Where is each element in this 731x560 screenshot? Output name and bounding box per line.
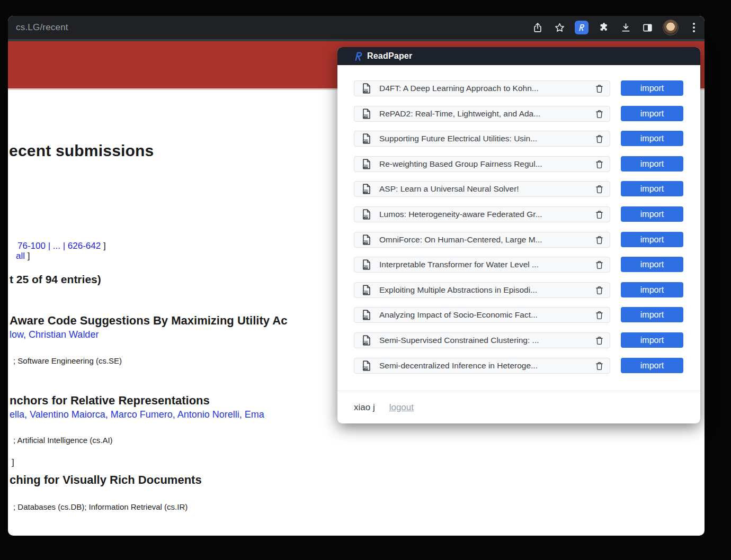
- logout-link[interactable]: logout: [389, 402, 414, 413]
- readpaper-popup: ReadPaper PDF D4FT: A Deep Learning Appr…: [337, 47, 700, 423]
- pdf-icon: PDF: [362, 109, 371, 119]
- svg-text:PDF: PDF: [363, 316, 368, 319]
- bookmark-star-icon[interactable]: [553, 21, 566, 34]
- share-icon[interactable]: [531, 21, 544, 34]
- pdf-icon: PDF: [362, 184, 371, 194]
- import-button[interactable]: import: [621, 181, 683, 196]
- download-icon[interactable]: [619, 21, 632, 34]
- import-button[interactable]: import: [621, 80, 683, 96]
- pdf-icon: PDF: [362, 234, 371, 245]
- paper-row-title: ASP: Learn a Universal Neural Solver!: [379, 184, 595, 194]
- svg-text:PDF: PDF: [363, 215, 368, 218]
- list-item[interactable]: PDF Analyzing Impact of Socio-Economic F…: [354, 307, 610, 323]
- pdf-icon: PDF: [362, 133, 371, 144]
- trash-icon[interactable]: [595, 260, 603, 269]
- popup-footer: xiao j logout: [337, 391, 700, 424]
- import-button[interactable]: import: [621, 307, 683, 322]
- pagination-all-bracket: ]: [28, 251, 30, 261]
- pdf-icon: PDF: [362, 209, 371, 220]
- paper-row-title: Semi-Supervised Constrained Clustering: …: [379, 336, 595, 345]
- paper-row-title: Semi-decentralized Inference in Heteroge…: [379, 361, 595, 371]
- trash-icon[interactable]: [595, 210, 603, 219]
- pagination-bracket: ]: [103, 241, 106, 251]
- list-item[interactable]: PDF Lumos: Heterogeneity-aware Federated…: [354, 206, 610, 222]
- profile-avatar[interactable]: [663, 20, 679, 35]
- popup-header: ReadPaper: [337, 47, 700, 65]
- readpaper-extension-icon[interactable]: [575, 21, 589, 34]
- import-button[interactable]: import: [621, 131, 683, 146]
- trash-icon[interactable]: [595, 110, 603, 119]
- paper-authors[interactable]: low, Christian Walder: [10, 329, 99, 340]
- list-item[interactable]: PDF D4FT: A Deep Learning Approach to Ko…: [354, 80, 610, 96]
- list-item[interactable]: PDF RePAD2: Real-Time, Lightweight, and …: [354, 106, 610, 122]
- pdf-icon: PDF: [362, 360, 371, 371]
- readpaper-logo-icon: [353, 51, 364, 62]
- list-item[interactable]: PDF ASP: Learn a Universal Neural Solver…: [354, 181, 610, 197]
- menu-kebab-icon[interactable]: [688, 21, 700, 34]
- svg-text:PDF: PDF: [363, 341, 368, 344]
- paper-row-title: RePAD2: Real-Time, Lightweight, and Ada.…: [379, 109, 595, 119]
- trash-icon[interactable]: [595, 84, 603, 93]
- paper-row-title: Lumos: Heterogeneity-aware Federated Gr.…: [379, 210, 595, 219]
- list-item[interactable]: PDF Semi-decentralized Inference in Hete…: [354, 358, 610, 374]
- pdf-icon: PDF: [362, 335, 371, 346]
- pagination-all: all ]: [16, 251, 30, 261]
- list-item[interactable]: PDF OmniForce: On Human-Centered, Large …: [354, 232, 610, 248]
- paper-row-title: D4FT: A Deep Learning Approach to Kohn..…: [379, 84, 595, 93]
- popup-app-name: ReadPaper: [367, 51, 412, 61]
- list-item[interactable]: PDF Supporting Future Electrical Utiliti…: [354, 131, 610, 147]
- svg-text:PDF: PDF: [363, 241, 368, 243]
- side-panel-icon[interactable]: [641, 21, 654, 34]
- paper-row-title: Analyzing Impact of Socio-Economic Fact.…: [379, 310, 595, 320]
- import-button[interactable]: import: [621, 332, 683, 348]
- import-button[interactable]: import: [621, 156, 683, 171]
- trash-icon[interactable]: [595, 311, 603, 320]
- svg-text:PDF: PDF: [363, 291, 368, 294]
- paper-subjects: ; Artificial Intelligence (cs.AI): [13, 436, 113, 445]
- svg-text:PDF: PDF: [363, 165, 368, 168]
- list-item[interactable]: PDF Exploiting Multiple Abstractions in …: [354, 282, 610, 298]
- paper-title[interactable]: nchors for Relative Representations: [10, 394, 210, 408]
- paper-subjects: ; Software Engineering (cs.SE): [13, 356, 122, 365]
- extensions-puzzle-icon[interactable]: [598, 21, 610, 34]
- paper-row-title: Interpretable Transformer for Water Leve…: [379, 260, 595, 269]
- paper-authors[interactable]: ella, Valentino Maiorca, Marco Fumero, A…: [10, 409, 264, 420]
- pdf-icon: PDF: [362, 259, 371, 270]
- trash-icon[interactable]: [595, 336, 603, 345]
- svg-text:PDF: PDF: [363, 140, 368, 142]
- pagination-all-link[interactable]: all: [16, 251, 25, 261]
- trash-icon[interactable]: [595, 286, 603, 295]
- page-title: ecent submissions: [9, 142, 154, 160]
- trash-icon[interactable]: [595, 160, 603, 169]
- screenshot-canvas: cs.LG/recent: [0, 0, 731, 560]
- paper-row-title: Supporting Future Electrical Utilities: …: [379, 134, 595, 143]
- list-item[interactable]: PDF Re-weighting Based Group Fairness Re…: [354, 156, 610, 172]
- svg-text:PDF: PDF: [363, 115, 368, 118]
- pdf-icon: PDF: [362, 285, 371, 295]
- trash-icon[interactable]: [595, 236, 603, 245]
- pdf-icon: PDF: [362, 83, 371, 94]
- paper-title[interactable]: Aware Code Suggestions By Maximizing Uti…: [10, 314, 287, 328]
- import-button[interactable]: import: [621, 106, 683, 121]
- svg-text:PDF: PDF: [363, 266, 368, 268]
- browser-toolbar: cs.LG/recent: [8, 16, 705, 39]
- paper-row-title: Re-weighting Based Group Fairness Regul.…: [379, 159, 595, 169]
- paper-subjects: ; Databases (cs.DB); Information Retriev…: [13, 502, 188, 511]
- paper-title[interactable]: ching for Visually Rich Documents: [10, 473, 202, 487]
- import-button[interactable]: import: [621, 358, 683, 373]
- import-button[interactable]: import: [621, 206, 683, 222]
- trash-icon[interactable]: [595, 134, 603, 143]
- import-button[interactable]: import: [621, 257, 683, 272]
- list-item[interactable]: PDF Interpretable Transformer for Water …: [354, 257, 610, 273]
- pagination-links[interactable]: 76-100 | ... | 626-642: [17, 241, 101, 251]
- url-text: cs.LG/recent: [16, 22, 68, 33]
- pagination: 76-100 | ... | 626-642 ]: [17, 241, 106, 251]
- paper-row-title: Exploiting Multiple Abstractions in Epis…: [379, 285, 595, 295]
- svg-text:PDF: PDF: [363, 89, 368, 92]
- import-button[interactable]: import: [621, 282, 683, 297]
- list-item[interactable]: PDF Semi-Supervised Constrained Clusteri…: [354, 332, 610, 348]
- trash-icon[interactable]: [595, 185, 603, 194]
- import-button[interactable]: import: [621, 232, 683, 247]
- trash-icon[interactable]: [595, 362, 603, 371]
- address-bar[interactable]: cs.LG/recent: [16, 16, 68, 39]
